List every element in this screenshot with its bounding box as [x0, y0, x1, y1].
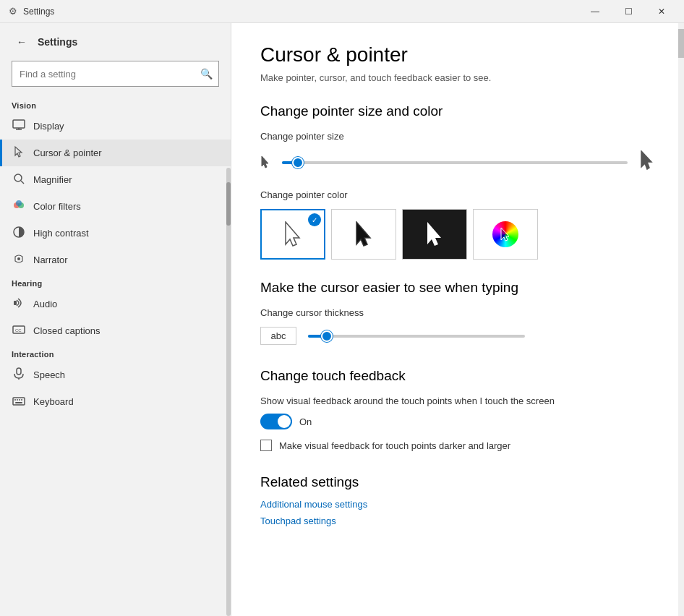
svg-line-4 [21, 181, 24, 184]
touch-checkbox[interactable] [260, 440, 272, 451]
sidebar-label-closed-captions: Closed captions [33, 325, 101, 336]
closed-captions-icon: CC [12, 323, 26, 338]
sidebar-item-speech[interactable]: Speech [0, 362, 231, 388]
svg-rect-0 [13, 120, 25, 128]
title-bar-title: Settings [23, 7, 54, 17]
audio-icon [12, 296, 26, 312]
cursor-large-icon [639, 150, 655, 175]
main-content: Cursor & pointer Make pointer, cursor, a… [231, 23, 684, 616]
title-bar: ⚙ Settings — ☐ ✕ [0, 0, 684, 23]
touch-checkbox-row: Make visual feedback for touch points da… [260, 440, 655, 451]
touch-section-title: Change touch feedback [260, 368, 655, 384]
keyboard-icon [12, 394, 26, 409]
sidebar-section-hearing: Hearing [0, 273, 231, 291]
toggle-label: On [299, 416, 312, 427]
sidebar-label-speech: Speech [33, 369, 65, 380]
pointer-size-slider-thumb[interactable] [292, 157, 304, 168]
sidebar-item-audio[interactable]: Audio [0, 291, 231, 317]
cursor-thickness-row: abc [260, 327, 655, 345]
title-bar-left: ⚙ Settings [9, 6, 54, 17]
touch-checkbox-label: Make visual feedback for touch points da… [279, 440, 510, 451]
cursor-pointer-icon [12, 145, 26, 161]
color-option-white[interactable]: ✓ [260, 209, 325, 260]
minimize-button[interactable]: — [578, 0, 612, 23]
sidebar-item-cursor-pointer[interactable]: Cursor & pointer [0, 140, 231, 166]
sidebar-item-keyboard[interactable]: Keyboard [0, 388, 231, 415]
search-input[interactable] [12, 61, 219, 87]
link-touchpad-settings[interactable]: Touchpad settings [260, 516, 655, 526]
sidebar-label-high-contrast: High contrast [33, 228, 89, 239]
color-selected-badge: ✓ [308, 213, 321, 226]
sidebar-scrollbar-thumb [226, 182, 231, 226]
sidebar-scrollbar[interactable] [226, 168, 231, 616]
main-scrollbar[interactable] [678, 23, 684, 616]
sidebar-item-narrator[interactable]: Narrator [0, 247, 231, 273]
narrator-icon [12, 252, 26, 268]
section-title-pointer: Change pointer size and color [260, 103, 655, 119]
svg-rect-15 [13, 398, 25, 405]
settings-app-icon: ⚙ [9, 6, 17, 17]
sidebar-app-title: Settings [38, 36, 77, 48]
sidebar-label-cursor-pointer: Cursor & pointer [33, 147, 102, 158]
sidebar-item-magnifier[interactable]: Magnifier [0, 166, 231, 193]
main-scrollbar-thumb [678, 29, 684, 58]
cursor-preview-box: abc [260, 327, 296, 345]
app-body: ← Settings 🔍 Vision Display [0, 23, 684, 616]
svg-rect-13 [17, 368, 21, 375]
sidebar-label-narrator: Narrator [33, 254, 68, 265]
touch-toggle-row: On [260, 414, 655, 429]
cursor-small-icon [260, 155, 270, 171]
svg-rect-10 [14, 301, 17, 305]
cursor-thickness-thumb[interactable] [321, 330, 333, 342]
speech-icon [12, 367, 26, 382]
search-icon: 🔍 [200, 68, 213, 80]
sidebar-label-keyboard: Keyboard [33, 396, 74, 407]
pointer-color-label: Change pointer color [260, 189, 655, 200]
toggle-thumb [278, 415, 291, 428]
touch-feedback-label: Show visual feedback around the touch po… [260, 395, 655, 406]
related-settings-title: Related settings [260, 474, 655, 490]
sidebar-item-high-contrast[interactable]: High contrast [0, 220, 231, 247]
back-button[interactable]: ← [12, 32, 32, 52]
cursor-thickness-label: Change cursor thickness [260, 307, 655, 318]
close-button[interactable]: ✕ [645, 0, 678, 23]
color-option-inverted[interactable] [402, 209, 467, 260]
svg-point-3 [14, 174, 22, 181]
svg-text:CC: CC [15, 328, 22, 333]
magnifier-icon [12, 172, 26, 187]
color-filters-icon [12, 199, 26, 214]
cursor-section-title: Make the cursor easier to see when typin… [260, 280, 655, 296]
sidebar-nav-top: ← Settings [0, 23, 231, 58]
sidebar-item-closed-captions[interactable]: CC Closed captions [0, 317, 231, 344]
pointer-size-slider[interactable] [282, 161, 628, 164]
title-bar-controls: — ☐ ✕ [578, 0, 678, 23]
sidebar-item-display[interactable]: Display [0, 113, 231, 140]
color-option-custom[interactable] [473, 209, 538, 260]
sidebar-label-magnifier: Magnifier [33, 174, 72, 185]
link-mouse-settings[interactable]: Additional mouse settings [260, 499, 655, 510]
cursor-thickness-slider[interactable] [308, 335, 525, 338]
sidebar-section-interaction: Interaction [0, 344, 231, 362]
sidebar-label-display: Display [33, 121, 64, 132]
pointer-color-options: ✓ [260, 209, 655, 260]
touch-toggle[interactable] [260, 414, 292, 429]
sidebar-label-audio: Audio [33, 299, 57, 309]
high-contrast-icon [12, 226, 26, 241]
search-icon-button[interactable]: 🔍 [193, 61, 219, 87]
svg-point-7 [16, 200, 22, 206]
pointer-size-label: Change pointer size [260, 131, 655, 142]
svg-point-9 [17, 257, 20, 260]
sidebar-item-color-filters[interactable]: Color filters [0, 193, 231, 220]
sidebar: ← Settings 🔍 Vision Display [0, 23, 231, 616]
maximize-button[interactable]: ☐ [612, 0, 645, 23]
sidebar-section-vision: Vision [0, 95, 231, 113]
search-box: 🔍 [12, 61, 219, 87]
page-title: Cursor & pointer [260, 43, 655, 67]
color-option-black[interactable] [331, 209, 396, 260]
sidebar-label-color-filters: Color filters [33, 201, 81, 212]
pointer-size-slider-row [260, 150, 655, 175]
display-icon [12, 119, 26, 134]
page-subtitle: Make pointer, cursor, and touch feedback… [260, 72, 655, 83]
